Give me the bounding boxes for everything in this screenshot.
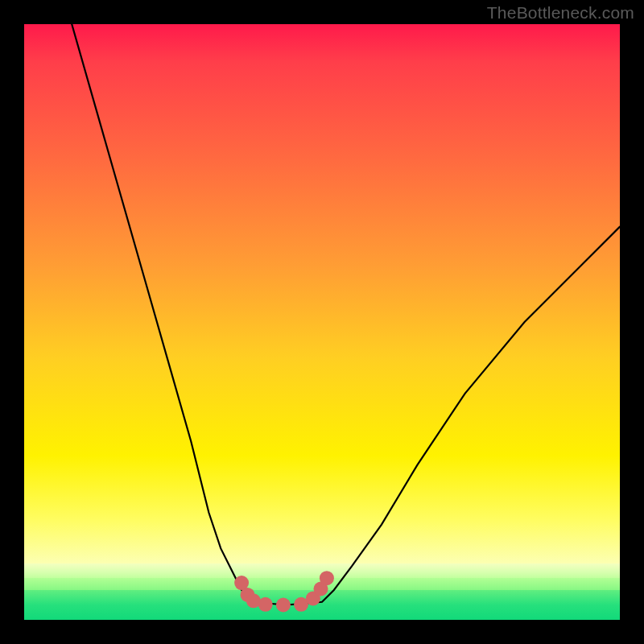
- highlight-dot: [320, 571, 334, 585]
- plot-area: [24, 24, 620, 620]
- marker-group: [234, 571, 334, 612]
- chart-frame: TheBottleneck.com: [0, 0, 644, 644]
- highlight-dot: [258, 597, 273, 612]
- watermark-text: TheBottleneck.com: [487, 3, 634, 23]
- highlight-dot: [276, 598, 291, 613]
- bottleneck-curve-path: [72, 24, 620, 605]
- curve-layer: [24, 24, 620, 620]
